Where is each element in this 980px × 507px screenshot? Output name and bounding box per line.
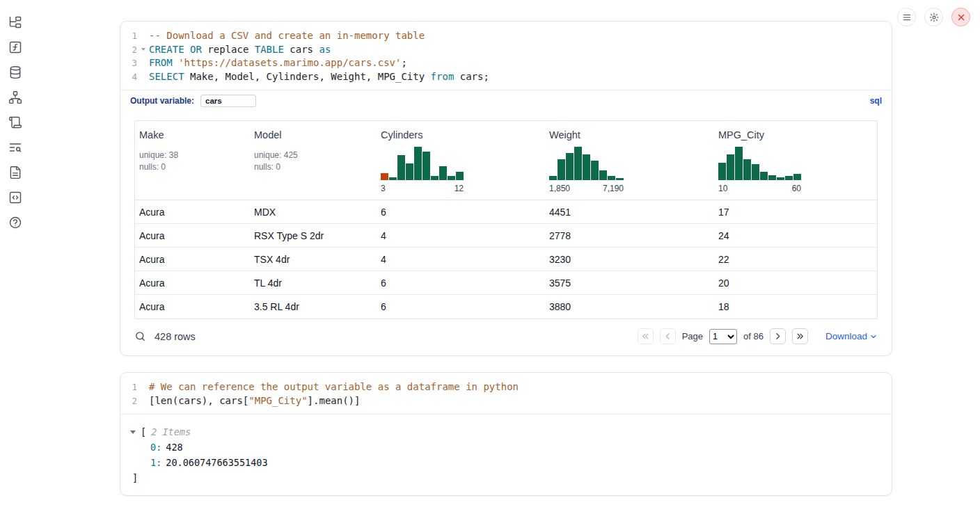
histogram-bars bbox=[549, 145, 624, 180]
histogram-bar[interactable] bbox=[793, 174, 801, 180]
download-button[interactable]: Download bbox=[825, 331, 878, 341]
table-header: Make unique: 38 nulls: 0 Model unique: 4… bbox=[135, 121, 877, 200]
line-gutter: 2 bbox=[120, 43, 149, 57]
histogram-bar[interactable] bbox=[616, 178, 624, 180]
histogram-bar[interactable] bbox=[574, 147, 582, 180]
histogram-bar[interactable] bbox=[768, 175, 776, 180]
column-label[interactable]: Cylinders bbox=[381, 129, 539, 140]
scratchpad-icon[interactable] bbox=[8, 115, 22, 129]
table-cell: Acura bbox=[135, 301, 250, 312]
histogram-bar[interactable] bbox=[743, 159, 751, 180]
histogram-bar[interactable] bbox=[727, 154, 734, 180]
table-cell: 4 bbox=[377, 254, 545, 265]
tree-key: 1: bbox=[150, 455, 161, 470]
page-total-label: of 86 bbox=[743, 331, 764, 341]
settings-gear-icon[interactable] bbox=[924, 8, 943, 26]
table-row[interactable]: AcuraMDX6445117 bbox=[135, 200, 877, 224]
code-line[interactable]: 1-- Download a CSV and create an in-memo… bbox=[120, 29, 892, 43]
histogram-bar[interactable] bbox=[422, 152, 430, 180]
histogram-bar[interactable] bbox=[448, 176, 455, 180]
column-label[interactable]: MPG_City bbox=[718, 129, 871, 140]
table-cell: Acura bbox=[135, 277, 250, 289]
code-line[interactable]: 4SELECT Make, Model, Cylinders, Weight, … bbox=[120, 70, 892, 84]
previous-page-button[interactable] bbox=[660, 328, 676, 344]
functions-icon[interactable] bbox=[8, 40, 22, 54]
line-number: 1 bbox=[120, 380, 137, 394]
logs-search-icon[interactable] bbox=[8, 140, 22, 154]
histogram-bar[interactable] bbox=[785, 176, 793, 180]
tree-entry: 1: 20.060747663551403 bbox=[130, 455, 892, 470]
histogram-bar[interactable] bbox=[591, 161, 599, 180]
histogram-bar[interactable] bbox=[735, 147, 743, 180]
next-page-button[interactable] bbox=[770, 328, 786, 344]
histogram-bar[interactable] bbox=[752, 164, 759, 180]
histogram-bar[interactable] bbox=[777, 177, 784, 180]
column-header-model: Model unique: 425 nulls: 0 bbox=[250, 129, 377, 193]
histogram-max: 12 bbox=[455, 184, 464, 193]
output-variable-bar: Output variable: sql bbox=[120, 90, 892, 111]
table-cell: 6 bbox=[377, 207, 545, 218]
table-cell: 3575 bbox=[545, 277, 714, 289]
histogram-bar[interactable] bbox=[456, 172, 464, 180]
python-code-editor[interactable]: 1# We can reference the output variable … bbox=[120, 373, 892, 414]
table-cell: Acura bbox=[135, 230, 250, 241]
collapse-chevron-icon[interactable] bbox=[130, 430, 139, 434]
fold-chevron-icon[interactable] bbox=[137, 43, 149, 57]
table-cell: TL 4dr bbox=[250, 277, 377, 289]
python-cell: 1# We can reference the output variable … bbox=[120, 372, 892, 496]
table-cell: RSX Type S 2dr bbox=[250, 230, 377, 241]
column-stats: unique: 425 nulls: 0 bbox=[254, 150, 371, 172]
histogram-bar[interactable] bbox=[414, 147, 422, 180]
table-cell: 6 bbox=[377, 301, 545, 312]
column-label[interactable]: Weight bbox=[549, 129, 709, 140]
histogram-bar[interactable] bbox=[566, 153, 574, 180]
page-select[interactable]: 1 bbox=[709, 329, 737, 344]
code-line[interactable]: 3FROM 'https://datasets.marimo.app/cars.… bbox=[120, 56, 892, 70]
table-row[interactable]: AcuraRSX Type S 2dr4277824 bbox=[135, 224, 877, 248]
table-row[interactable]: AcuraTL 4dr6357520 bbox=[135, 271, 877, 295]
code-text: [len(cars), cars["MPG_City"].mean()] bbox=[149, 394, 360, 408]
code-line[interactable]: 1# We can reference the output variable … bbox=[120, 380, 892, 394]
histogram-bar[interactable] bbox=[549, 176, 557, 180]
line-number: 1 bbox=[120, 29, 137, 43]
histogram-bars bbox=[381, 145, 464, 180]
datasources-icon[interactable] bbox=[8, 65, 22, 79]
histogram-bar[interactable] bbox=[599, 170, 607, 180]
histogram-bar[interactable] bbox=[718, 163, 726, 180]
dependency-graph-icon[interactable] bbox=[8, 90, 22, 104]
snippets-icon[interactable] bbox=[8, 191, 22, 204]
documentation-icon[interactable] bbox=[8, 166, 22, 179]
table-row[interactable]: Acura3.5 RL 4dr6388018 bbox=[135, 295, 877, 319]
output-variable-input[interactable] bbox=[200, 95, 256, 107]
first-page-button[interactable] bbox=[638, 328, 654, 344]
histogram-bar[interactable] bbox=[558, 159, 565, 180]
histogram-bar[interactable] bbox=[608, 176, 615, 180]
histogram-bar[interactable] bbox=[406, 163, 413, 180]
shutdown-close-icon[interactable] bbox=[951, 8, 970, 26]
last-page-button[interactable] bbox=[792, 328, 808, 344]
code-line[interactable]: 2[len(cars), cars["MPG_City"].mean()] bbox=[120, 394, 892, 408]
menu-icon[interactable] bbox=[897, 8, 916, 26]
help-icon[interactable] bbox=[8, 216, 22, 230]
histogram-bar[interactable] bbox=[381, 173, 388, 180]
histogram-bar[interactable] bbox=[389, 177, 397, 180]
code-line[interactable]: 2CREATE OR replace TABLE cars as bbox=[120, 43, 892, 57]
table-row[interactable]: AcuraTSX 4dr4323022 bbox=[135, 248, 877, 271]
histogram-bar[interactable] bbox=[439, 166, 447, 180]
line-gutter: 1 bbox=[120, 29, 149, 43]
histogram-bar[interactable] bbox=[583, 154, 590, 180]
cell-output-tree: [ 2 Items 0: 428 1: 20.060747663551403 ] bbox=[120, 415, 892, 495]
histogram-bar[interactable] bbox=[760, 172, 768, 180]
table-cell: 4451 bbox=[545, 207, 714, 218]
code-text: -- Download a CSV and create an in-memor… bbox=[149, 29, 425, 43]
histogram-bar[interactable] bbox=[397, 155, 405, 180]
histogram-bar[interactable] bbox=[431, 176, 438, 180]
column-label[interactable]: Model bbox=[254, 129, 371, 140]
search-icon[interactable] bbox=[134, 330, 146, 342]
column-label[interactable]: Make bbox=[139, 129, 244, 140]
sql-code-editor[interactable]: 1-- Download a CSV and create an in-memo… bbox=[120, 22, 892, 90]
histogram-min: 3 bbox=[381, 184, 386, 193]
file-tree-icon[interactable] bbox=[8, 15, 22, 29]
fold-spacer bbox=[137, 29, 149, 43]
table-cell: 17 bbox=[714, 207, 877, 218]
